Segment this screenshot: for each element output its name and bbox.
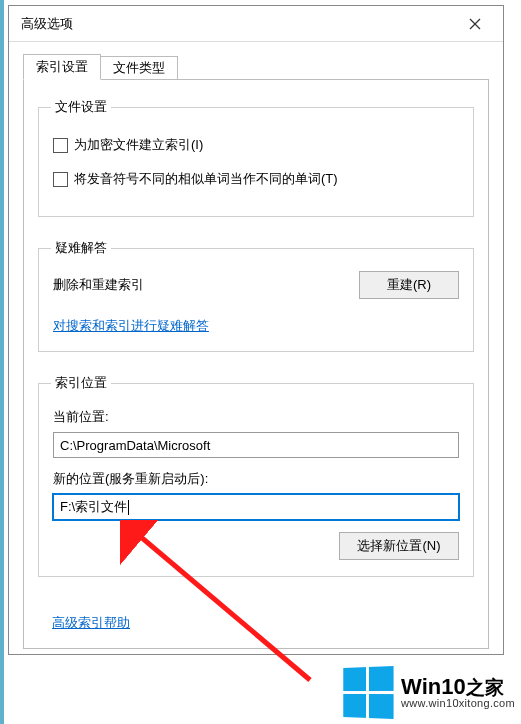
value-current-location: C:\ProgramData\Microsoft	[60, 438, 210, 453]
row-rebuild: 删除和重建索引 重建(R)	[53, 271, 459, 299]
dialog-content: 索引设置 文件类型 文件设置 为加密文件建立索引(I) 将发音符号不同的相似单词…	[9, 42, 503, 663]
select-new-location-button[interactable]: 选择新位置(N)	[339, 532, 459, 560]
label-current-location: 当前位置:	[53, 408, 459, 426]
titlebar: 高级选项	[9, 6, 503, 42]
legend-file-settings: 文件设置	[51, 98, 111, 116]
group-file-settings: 文件设置 为加密文件建立索引(I) 将发音符号不同的相似单词当作不同的单词(T)	[38, 98, 474, 217]
watermark-text: Win10之家 www.win10xitong.com	[401, 675, 515, 710]
tab-strip: 索引设置 文件类型	[23, 52, 489, 80]
watermark: Win10之家 www.win10xitong.com	[342, 667, 515, 718]
group-index-location: 索引位置 当前位置: C:\ProgramData\Microsoft 新的位置…	[38, 374, 474, 577]
checkbox-encrypted[interactable]	[53, 138, 68, 153]
tab-index-settings[interactable]: 索引设置	[23, 54, 101, 80]
row-select-new: 选择新位置(N)	[53, 532, 459, 560]
row-encrypted: 为加密文件建立索引(I)	[53, 136, 459, 154]
tab-panel-index-settings: 文件设置 为加密文件建立索引(I) 将发音符号不同的相似单词当作不同的单词(T)…	[23, 79, 489, 649]
field-current-location: C:\ProgramData\Microsoft	[53, 432, 459, 458]
legend-index-location: 索引位置	[51, 374, 111, 392]
legend-troubleshoot: 疑难解答	[51, 239, 111, 257]
row-diacritics: 将发音符号不同的相似单词当作不同的单词(T)	[53, 170, 459, 188]
advanced-options-dialog: 高级选项 索引设置 文件类型 文件设置 为加密文件建立索引(I) 将发音符号	[8, 5, 504, 655]
label-encrypted: 为加密文件建立索引(I)	[74, 136, 203, 154]
label-new-location: 新的位置(服务重新启动后):	[53, 470, 459, 488]
watermark-brand-zh: 之家	[466, 677, 504, 698]
close-button[interactable]	[455, 10, 495, 38]
link-advanced-index-help[interactable]: 高级索引帮助	[52, 614, 130, 632]
window-title: 高级选项	[21, 15, 73, 33]
checkbox-diacritics[interactable]	[53, 172, 68, 187]
windows-logo-icon	[343, 666, 393, 719]
close-icon	[469, 18, 481, 30]
watermark-brand-en: Win10	[401, 674, 466, 699]
label-delete-rebuild: 删除和重建索引	[53, 276, 144, 294]
watermark-url: www.win10xitong.com	[401, 698, 515, 710]
value-new-location: F:\索引文件	[60, 498, 127, 516]
tab-file-types[interactable]: 文件类型	[100, 56, 178, 80]
group-troubleshoot: 疑难解答 删除和重建索引 重建(R) 对搜索和索引进行疑难解答	[38, 239, 474, 352]
field-new-location[interactable]: F:\索引文件	[53, 494, 459, 520]
link-troubleshoot-search[interactable]: 对搜索和索引进行疑难解答	[53, 318, 209, 333]
rebuild-button[interactable]: 重建(R)	[359, 271, 459, 299]
label-diacritics: 将发音符号不同的相似单词当作不同的单词(T)	[74, 170, 338, 188]
text-cursor	[128, 500, 129, 515]
